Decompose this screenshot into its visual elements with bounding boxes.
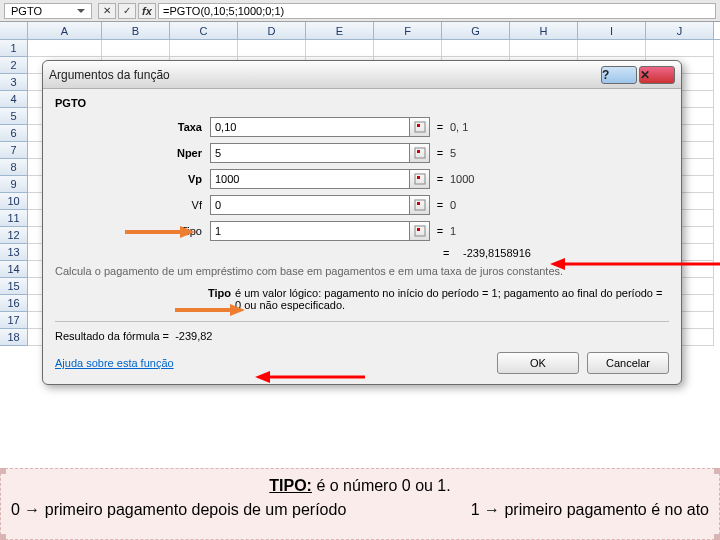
row-header[interactable]: 15 xyxy=(0,278,28,295)
argument-row: Tipo1=1 xyxy=(55,221,669,241)
cell[interactable] xyxy=(238,40,306,57)
row-header[interactable]: 14 xyxy=(0,261,28,278)
argument-result: 1000 xyxy=(450,173,474,185)
chevron-down-icon[interactable] xyxy=(77,9,85,13)
close-button[interactable]: ✕ xyxy=(639,66,675,84)
cancel-label: Cancelar xyxy=(606,357,650,369)
svg-rect-7 xyxy=(417,202,420,205)
row-header[interactable]: 9 xyxy=(0,176,28,193)
name-box[interactable]: PGTO xyxy=(4,3,92,19)
column-header[interactable]: C xyxy=(170,22,238,39)
svg-rect-3 xyxy=(417,150,420,153)
close-icon: ✕ xyxy=(640,68,674,82)
row-header[interactable]: 4 xyxy=(0,91,28,108)
argument-result: 0, 1 xyxy=(450,121,468,133)
select-all-corner[interactable] xyxy=(0,22,28,39)
result-formula-label: Resultado da fórmula = xyxy=(55,330,169,342)
fx-icon: fx xyxy=(142,5,152,17)
range-selector-icon[interactable] xyxy=(410,143,430,163)
cell[interactable] xyxy=(510,40,578,57)
row-header[interactable]: 12 xyxy=(0,227,28,244)
function-arguments-dialog: Argumentos da função ? ✕ PGTO Taxa0,10=0… xyxy=(42,60,682,385)
column-header[interactable]: B xyxy=(102,22,170,39)
argument-input[interactable]: 0,10 xyxy=(210,117,410,137)
column-header[interactable]: H xyxy=(510,22,578,39)
insert-function-button[interactable]: fx xyxy=(138,3,156,19)
help-button[interactable]: ? xyxy=(601,66,637,84)
row-header[interactable]: 1 xyxy=(0,40,28,57)
row-header[interactable]: 17 xyxy=(0,312,28,329)
calc-result: -239,8158916 xyxy=(463,247,531,259)
arg-help-text: é um valor lógico: pagamento no início d… xyxy=(235,287,669,311)
accept-formula-button[interactable]: ✓ xyxy=(118,3,136,19)
ok-button[interactable]: OK xyxy=(497,352,579,374)
grid-row: 1 xyxy=(0,40,720,57)
row-header[interactable]: 11 xyxy=(0,210,28,227)
cell[interactable] xyxy=(102,40,170,57)
cell[interactable] xyxy=(442,40,510,57)
result-formula-value: -239,82 xyxy=(175,330,212,342)
caption-line2: 0 → primeiro pagamento depois de um perí… xyxy=(11,501,709,519)
row-header[interactable]: 18 xyxy=(0,329,28,346)
cell[interactable] xyxy=(170,40,238,57)
cell[interactable] xyxy=(578,40,646,57)
argument-label: Vf xyxy=(55,199,210,211)
cancel-formula-button[interactable]: ✕ xyxy=(98,3,116,19)
argument-input[interactable]: 5 xyxy=(210,143,410,163)
cell[interactable] xyxy=(306,40,374,57)
cancel-button[interactable]: Cancelar xyxy=(587,352,669,374)
range-selector-icon[interactable] xyxy=(410,195,430,215)
x-icon: ✕ xyxy=(103,5,111,16)
row-header[interactable]: 8 xyxy=(0,159,28,176)
function-description: Calcula o pagamento de um empréstimo com… xyxy=(55,265,669,277)
row-header[interactable]: 2 xyxy=(0,57,28,74)
corner-handle-icon xyxy=(714,468,720,474)
row-header[interactable]: 6 xyxy=(0,125,28,142)
caption-option-0: 0 → primeiro pagamento depois de um perí… xyxy=(11,501,346,519)
column-header[interactable]: E xyxy=(306,22,374,39)
formula-input[interactable]: =PGTO(0,10;5;1000;0;1) xyxy=(158,3,716,19)
row-header[interactable]: 3 xyxy=(0,74,28,91)
range-selector-icon[interactable] xyxy=(410,117,430,137)
column-header[interactable]: D xyxy=(238,22,306,39)
column-header[interactable]: I xyxy=(578,22,646,39)
argument-input[interactable]: 1000 xyxy=(210,169,410,189)
caption-label: TIPO: xyxy=(269,477,312,494)
row-header[interactable]: 5 xyxy=(0,108,28,125)
equals-sign: = xyxy=(430,199,450,211)
argument-label: Taxa xyxy=(55,121,210,133)
argument-help: Tipo é um valor lógico: pagamento no iní… xyxy=(55,287,669,311)
row-header[interactable]: 10 xyxy=(0,193,28,210)
dialog-buttons: OK Cancelar xyxy=(497,352,669,374)
equals-sign: = xyxy=(443,247,463,259)
dialog-title: Argumentos da função xyxy=(49,68,599,82)
argument-result: 0 xyxy=(450,199,456,211)
caption-text: é o número 0 ou 1. xyxy=(312,477,451,494)
cell[interactable] xyxy=(28,40,102,57)
dialog-titlebar[interactable]: Argumentos da função ? ✕ xyxy=(43,61,681,89)
row-header[interactable]: 16 xyxy=(0,295,28,312)
svg-rect-1 xyxy=(417,124,420,127)
range-selector-icon[interactable] xyxy=(410,221,430,241)
equals-sign: = xyxy=(430,147,450,159)
argument-input[interactable]: 1 xyxy=(210,221,410,241)
column-header[interactable]: J xyxy=(646,22,714,39)
argument-input[interactable]: 0 xyxy=(210,195,410,215)
dialog-lower: Ajuda sobre esta função OK Cancelar xyxy=(55,352,669,374)
range-selector-icon[interactable] xyxy=(410,169,430,189)
help-link[interactable]: Ajuda sobre esta função xyxy=(55,357,174,369)
argument-result: 1 xyxy=(450,225,456,237)
cell[interactable] xyxy=(374,40,442,57)
column-header[interactable]: G xyxy=(442,22,510,39)
argument-row: Nper5=5 xyxy=(55,143,669,163)
equals-sign: = xyxy=(430,225,450,237)
argument-list: Taxa0,10=0, 1Nper5=5Vp1000=1000Vf0=0Tipo… xyxy=(55,117,669,241)
row-header[interactable]: 13 xyxy=(0,244,28,261)
column-header[interactable]: F xyxy=(374,22,442,39)
argument-result: 5 xyxy=(450,147,456,159)
column-header[interactable]: A xyxy=(28,22,102,39)
equals-sign: = xyxy=(430,121,450,133)
corner-handle-icon xyxy=(0,534,6,540)
cell[interactable] xyxy=(646,40,714,57)
row-header[interactable]: 7 xyxy=(0,142,28,159)
